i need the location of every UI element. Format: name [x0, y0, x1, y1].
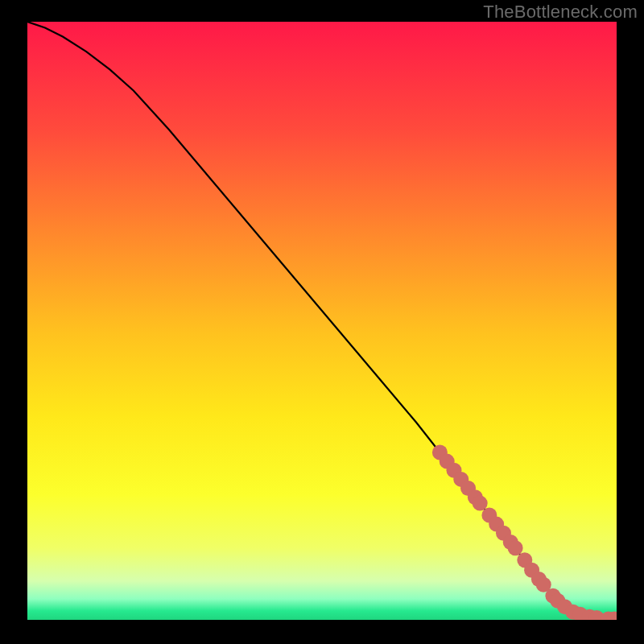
data-point	[508, 540, 523, 555]
plot-background	[27, 22, 617, 620]
chart-plot	[27, 22, 617, 620]
chart-container: { "watermark": "TheBottleneck.com", "col…	[0, 0, 644, 644]
watermark-label: TheBottleneck.com	[483, 2, 638, 23]
data-point	[473, 496, 488, 511]
